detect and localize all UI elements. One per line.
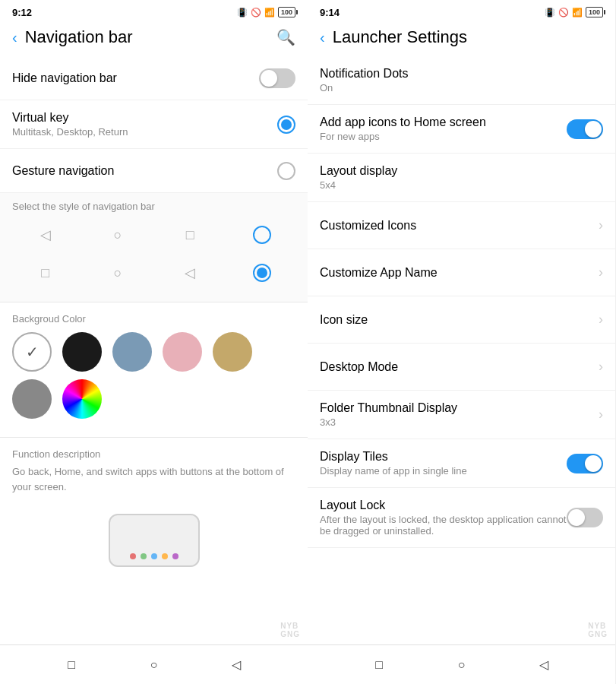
right-battery-indicator: 100 <box>586 7 603 17</box>
customize-app-name-item[interactable]: Customize App Name › <box>308 249 615 296</box>
icon-size-content: Icon size <box>320 313 599 327</box>
display-tiles-label: Display Tiles <box>320 450 567 464</box>
customize-app-name-chevron: › <box>599 264 603 280</box>
dot-purple <box>172 553 178 559</box>
display-tiles-toggle[interactable] <box>567 454 603 473</box>
layout-lock-toggle[interactable] <box>567 508 603 527</box>
color-gray[interactable] <box>12 379 52 419</box>
layout-lock-item[interactable]: Layout Lock After the layout is locked, … <box>308 488 615 548</box>
layout-lock-label: Layout Lock <box>320 499 567 512</box>
right-page-title: Launcher Settings <box>333 27 603 47</box>
customize-app-name-label: Customize App Name <box>320 266 599 280</box>
back-button[interactable]: ‹ <box>12 29 17 46</box>
virtual-key-radio[interactable] <box>277 116 295 134</box>
color-section: Backgroud Color ✓ <box>0 302 308 438</box>
toggle-knob <box>261 70 277 87</box>
right-status-bar: 9:14 📳 🚫 📶 100 <box>308 0 615 21</box>
virtual-key-label: Virtual key <box>12 111 277 125</box>
left-status-time: 9:12 <box>12 7 32 18</box>
nav-style-square1[interactable]: □ <box>157 218 223 252</box>
dot-green <box>141 553 147 559</box>
nav-style-circle1[interactable]: ○ <box>84 218 150 252</box>
color-row-1: ✓ <box>12 332 295 372</box>
search-button[interactable]: 🔍 <box>276 28 295 46</box>
left-status-icons: 📳 🚫 📶 100 <box>237 7 295 17</box>
color-gold[interactable] <box>213 332 252 372</box>
phone-dots <box>130 553 178 559</box>
right-bottom-circle-icon[interactable]: ○ <box>452 656 470 674</box>
nav-style-back-triangle2[interactable]: ◁ <box>157 256 223 290</box>
customized-icons-chevron: › <box>599 217 603 233</box>
notification-dots-content: Notification Dots On <box>320 67 603 93</box>
func-desc-text: Go back, Home, and switch apps with butt… <box>12 464 295 494</box>
add-app-icons-label: Add app icons to Home screen <box>320 116 567 129</box>
color-section-label: Backgroud Color <box>12 313 295 325</box>
folder-thumbnail-item[interactable]: Folder Thumbnail Display 3x3 › <box>308 391 615 439</box>
notification-dots-item[interactable]: Notification Dots On <box>308 56 615 105</box>
hide-nav-bar-toggle[interactable] <box>259 68 295 88</box>
bottom-triangle-icon[interactable]: ◁ <box>227 656 245 674</box>
hide-nav-bar-content: Hide navigation bar <box>12 71 259 85</box>
nav-style-circle2[interactable]: ○ <box>84 256 150 290</box>
dot-red <box>130 553 136 559</box>
icon-size-item[interactable]: Icon size › <box>308 296 615 344</box>
hide-nav-bar-item[interactable]: Hide navigation bar <box>0 56 308 100</box>
customized-icons-item[interactable]: Customized Icons › <box>308 202 615 249</box>
layout-display-label: Layout display <box>320 164 603 178</box>
virtual-key-item[interactable]: Virtual key Multitask, Desktop, Return <box>0 100 308 149</box>
gesture-nav-radio[interactable] <box>277 162 295 180</box>
layout-display-item[interactable]: Layout display 5x4 <box>308 154 615 202</box>
gesture-nav-item[interactable]: Gesture navigation <box>0 149 308 193</box>
add-app-icons-toggle[interactable] <box>567 119 603 139</box>
layout-lock-sublabel: After the layout is locked, the desktop … <box>320 514 567 537</box>
func-desc-section: Function description Go back, Home, and … <box>0 438 308 578</box>
virtual-key-sublabel: Multitask, Desktop, Return <box>12 126 277 138</box>
layout-lock-content: Layout Lock After the layout is locked, … <box>320 499 567 537</box>
nav-style-square2[interactable]: □ <box>12 256 78 290</box>
add-app-icons-content: Add app icons to Home screen For new app… <box>320 116 567 142</box>
desktop-mode-content: Desktop Mode <box>320 360 599 374</box>
left-panel: 9:12 📳 🚫 📶 100 ‹ Navigation bar 🔍 Hide n… <box>0 0 308 684</box>
right-bottom-square-icon[interactable]: □ <box>370 656 388 674</box>
notification-dots-sublabel: On <box>320 82 603 93</box>
battery-indicator: 100 <box>278 7 295 17</box>
nav-style-section: Select the style of navigation bar ◁ ○ □ <box>0 193 308 302</box>
customize-app-name-content: Customize App Name <box>320 266 599 280</box>
display-tiles-item[interactable]: Display Tiles Display name of app in sin… <box>308 439 615 488</box>
right-panel: 9:14 📳 🚫 📶 100 ‹ Launcher Settings Notif… <box>308 0 615 684</box>
add-app-icons-item[interactable]: Add app icons to Home screen For new app… <box>308 105 615 154</box>
color-white[interactable]: ✓ <box>12 332 52 372</box>
add-app-icons-sublabel: For new apps <box>320 131 567 142</box>
dot-orange <box>162 553 168 559</box>
desktop-mode-item[interactable]: Desktop Mode › <box>308 344 615 391</box>
right-bottom-triangle-icon[interactable]: ◁ <box>535 656 553 674</box>
color-blue-gray[interactable] <box>112 332 152 372</box>
color-rainbow[interactable] <box>62 379 102 419</box>
color-black[interactable] <box>62 332 102 372</box>
left-watermark: NYBGNG <box>280 622 300 638</box>
color-pink[interactable] <box>163 332 202 372</box>
nav-style-label: Select the style of navigation bar <box>12 201 295 212</box>
desktop-mode-chevron: › <box>599 359 603 375</box>
right-status-icons: 📳 🚫 📶 100 <box>545 7 603 17</box>
left-bottom-nav: □ ○ ◁ <box>0 644 308 684</box>
left-page-title: Navigation bar <box>25 27 269 47</box>
toggle-knob-4 <box>568 509 585 526</box>
vibrate-icon: 📳 <box>237 8 248 17</box>
dnd-icon: 🚫 <box>251 8 261 17</box>
notification-dots-label: Notification Dots <box>320 67 603 81</box>
bottom-square-icon[interactable]: □ <box>62 656 81 674</box>
left-status-bar: 9:12 📳 🚫 📶 100 <box>0 0 308 21</box>
hide-nav-bar-label: Hide navigation bar <box>12 71 259 85</box>
folder-thumbnail-content: Folder Thumbnail Display 3x3 <box>320 401 599 428</box>
right-back-button[interactable]: ‹ <box>320 29 325 46</box>
layout-display-sublabel: 5x4 <box>320 179 603 191</box>
desktop-mode-label: Desktop Mode <box>320 360 599 374</box>
nav-style-row1: ◁ ○ □ <box>12 218 295 252</box>
bottom-circle-icon[interactable]: ○ <box>144 656 163 674</box>
layout-display-content: Layout display 5x4 <box>320 164 603 191</box>
nav-style-radio1[interactable] <box>229 218 295 252</box>
right-wifi-icon: 📶 <box>572 8 583 17</box>
nav-style-back-triangle[interactable]: ◁ <box>12 218 78 252</box>
nav-style-radio2[interactable] <box>229 256 295 290</box>
